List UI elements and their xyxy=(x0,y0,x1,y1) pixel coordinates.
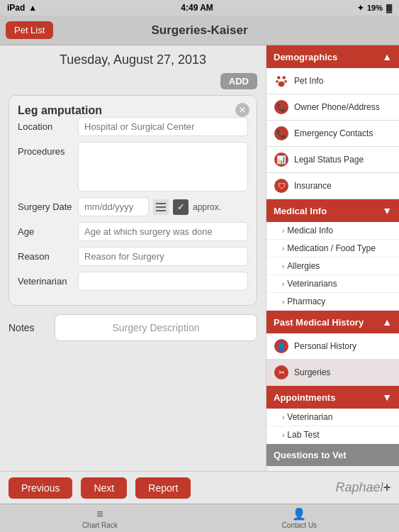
date-header: Tuesday, August 27, 2013 xyxy=(9,52,257,67)
status-bar: iPad ▲ 4:49 AM ✦ 19% ▓ xyxy=(0,0,399,16)
next-button[interactable]: Next xyxy=(81,477,127,499)
tab-contact-us[interactable]: 👤 Contact Us xyxy=(282,507,317,529)
nav-bar: Pet List Surgeries-Kaiser xyxy=(0,16,399,45)
sidebar-sub-lab-test[interactable]: › Lab Test xyxy=(266,426,399,444)
surgery-date-row: Surgery Date ✓ approx. xyxy=(18,197,248,216)
insurance-label: Insurance xyxy=(294,181,332,191)
check-icon[interactable]: ✓ xyxy=(173,199,189,215)
list-icon[interactable] xyxy=(153,199,169,215)
appointments-chevron: ▼ xyxy=(382,392,392,403)
svg-point-4 xyxy=(283,76,286,79)
brand-suffix: + xyxy=(383,480,390,494)
status-right: ✦ 19% ▓ xyxy=(357,4,392,13)
lab-test-label: Lab Test xyxy=(287,430,319,440)
veterinarian-row: Veterinarian xyxy=(18,272,248,291)
brand-text: Raphael+ xyxy=(335,480,390,495)
sidebar-sub-veterinarian[interactable]: › Veterinarian xyxy=(266,409,399,426)
demographics-label: Demographics xyxy=(274,52,337,62)
close-button[interactable]: ✕ xyxy=(235,103,249,117)
sidebar-sub-allergies[interactable]: › Allergies xyxy=(266,257,399,275)
location-label: Location xyxy=(18,117,78,132)
location-input[interactable] xyxy=(78,117,248,136)
brand-area: Raphael+ xyxy=(199,480,390,495)
svg-point-6 xyxy=(284,80,287,83)
sidebar-item-emergency-contacts[interactable]: 📞 Emergency Contacts xyxy=(266,121,399,147)
chart-icon: 📊 xyxy=(274,152,289,167)
sidebar-section-appointments[interactable]: Appointments ▼ xyxy=(266,386,399,409)
sidebar-sub-medication-food[interactable]: › Medication / Food Type xyxy=(266,240,399,257)
previous-button[interactable]: Previous xyxy=(9,477,72,499)
chart-rack-label: Chart Rack xyxy=(82,521,118,529)
form-card-title: Leg amputation xyxy=(18,104,102,116)
veterinarians-label: Veterinarians xyxy=(287,279,337,289)
sidebar-section-questions[interactable]: Questions to Vet xyxy=(266,444,399,466)
medical-info-sub-label: Medical Info xyxy=(287,226,333,235)
add-btn-row: ADD xyxy=(9,73,257,89)
sidebar-item-owner-phone[interactable]: 📞 Owner Phone/Address xyxy=(266,94,399,121)
svg-rect-2 xyxy=(156,210,166,211)
right-sidebar: Demographics ▲ Pet Info 📞 Owner Phone/Ad xyxy=(266,45,399,471)
sidebar-item-personal-history[interactable]: 👤 Personal History xyxy=(266,333,399,360)
main-layout: Tuesday, August 27, 2013 ADD Leg amputat… xyxy=(0,45,399,471)
sub-arrow-icon-7: › xyxy=(282,431,284,439)
svg-point-7 xyxy=(279,82,285,87)
svg-rect-1 xyxy=(156,206,166,208)
tab-chart-rack[interactable]: ≡ Chart Rack xyxy=(82,508,118,529)
contact-us-label: Contact Us xyxy=(282,521,317,529)
procedures-textarea[interactable] xyxy=(78,142,248,192)
bluetooth-icon: ✦ xyxy=(357,4,364,13)
sidebar-sub-veterinarians[interactable]: › Veterinarians xyxy=(266,275,399,293)
reason-row: Reason xyxy=(18,247,248,266)
past-medical-header-label: Past Medical History xyxy=(274,317,364,328)
location-row: Location xyxy=(18,117,248,136)
battery-label: 19% xyxy=(367,4,383,12)
sub-arrow-icon-3: › xyxy=(282,262,284,270)
notes-button[interactable]: Surgery Description xyxy=(55,314,257,341)
medical-info-header-label: Medical Info xyxy=(274,206,327,216)
left-panel: Tuesday, August 27, 2013 ADD Leg amputat… xyxy=(0,45,266,471)
svg-rect-0 xyxy=(156,203,166,204)
bottom-bar: Previous Next Report Raphael+ xyxy=(0,471,399,504)
medication-food-label: Medication / Food Type xyxy=(287,243,376,253)
add-button[interactable]: ADD xyxy=(220,73,257,89)
veterinarian-input[interactable] xyxy=(78,272,248,291)
sidebar-sub-medical-info[interactable]: › Medical Info xyxy=(266,222,399,240)
appointments-header-label: Appointments xyxy=(274,392,335,403)
owner-phone-label: Owner Phone/Address xyxy=(294,102,380,112)
past-medical-chevron: ▲ xyxy=(382,316,392,328)
contact-us-icon: 👤 xyxy=(292,507,306,521)
date-input[interactable] xyxy=(78,197,149,216)
sub-arrow-icon: › xyxy=(282,227,284,235)
reason-input[interactable] xyxy=(78,247,248,266)
age-label: Age xyxy=(18,222,78,237)
sidebar-sub-pharmacy[interactable]: › Pharmacy xyxy=(266,293,399,311)
age-input[interactable] xyxy=(78,222,248,241)
svg-point-3 xyxy=(277,76,281,79)
notes-label: Notes xyxy=(9,322,47,333)
time-label: 4:49 AM xyxy=(181,3,213,13)
pet-list-button[interactable]: Pet List xyxy=(6,21,53,39)
scissors-icon: ✂ xyxy=(274,365,289,380)
sidebar-item-surgeries[interactable]: ✂ Surgeries xyxy=(266,360,399,386)
sidebar-item-insurance[interactable]: 🛡 Insurance xyxy=(266,173,399,199)
report-button[interactable]: Report xyxy=(135,477,191,499)
sidebar-section-demographics[interactable]: Demographics ▲ xyxy=(266,45,399,68)
procedures-row: Procedures xyxy=(18,142,248,192)
notes-section: Notes Surgery Description xyxy=(9,314,257,341)
sidebar-section-medical-info[interactable]: Medical Info ▼ xyxy=(266,199,399,222)
veterinarian-appt-label: Veterinarian xyxy=(287,412,332,422)
sub-arrow-icon-6: › xyxy=(282,414,284,421)
sidebar-item-legal-status[interactable]: 📊 Legal Status Page xyxy=(266,147,399,173)
sidebar-section-past-medical[interactable]: Past Medical History ▲ xyxy=(266,311,399,333)
shield-icon: 🛡 xyxy=(274,178,289,194)
surgeries-label: Surgeries xyxy=(294,367,330,377)
phone-icon: 📞 xyxy=(274,99,289,115)
svg-point-5 xyxy=(276,80,279,83)
wifi-symbol: ▲ xyxy=(28,3,37,13)
sub-arrow-icon-2: › xyxy=(282,245,284,253)
paw-icon xyxy=(274,73,289,89)
questions-header-label: Questions to Vet xyxy=(274,450,347,460)
sidebar-item-pet-info[interactable]: Pet Info xyxy=(266,68,399,94)
procedures-label: Procedures xyxy=(18,142,78,157)
sub-arrow-icon-5: › xyxy=(282,298,284,306)
